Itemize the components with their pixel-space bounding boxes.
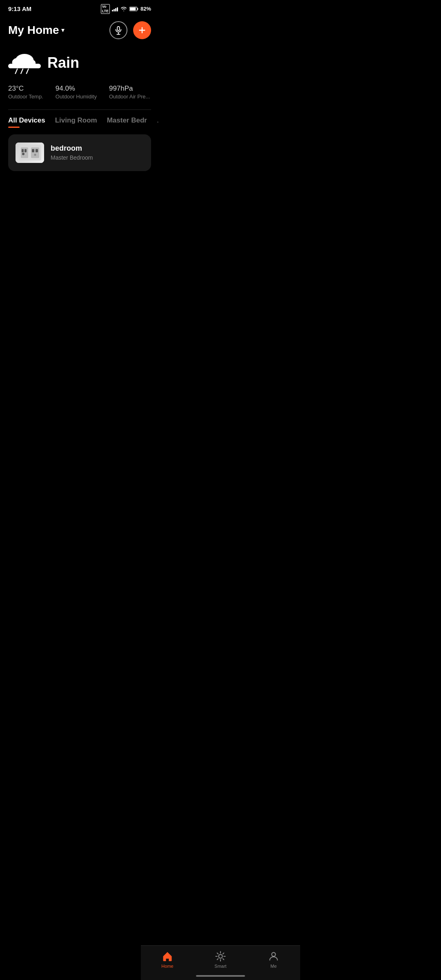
home-title: My Home [8, 24, 59, 37]
tabs-more-button[interactable]: ··· [157, 118, 159, 126]
svg-rect-11 [8, 64, 41, 68]
humidity-label: Outdoor Humidity [56, 94, 97, 100]
chevron-down-icon: ▾ [61, 26, 65, 34]
tab-living-room[interactable]: Living Room [55, 116, 97, 128]
socket-icon [19, 145, 41, 160]
svg-rect-22 [36, 149, 38, 152]
svg-line-13 [21, 69, 23, 73]
device-card[interactable]: bedroom Master Bedroom [8, 134, 151, 171]
volte-badge: VoLTE [101, 4, 110, 14]
temp-value: 23°C [8, 85, 43, 93]
add-button[interactable] [133, 21, 151, 39]
svg-rect-3 [117, 26, 120, 30]
svg-point-19 [22, 153, 24, 155]
status-bar: 9:13 AM VoLTE 82% [0, 0, 159, 16]
wifi-icon [120, 6, 127, 12]
tab-master-bedroom[interactable]: Master Bedr [107, 116, 147, 128]
header-actions [109, 21, 151, 39]
tabs-section: All Devices Living Room Master Bedr ··· [0, 116, 159, 128]
weather-main: Rain [8, 50, 151, 76]
tab-all-devices[interactable]: All Devices [8, 116, 45, 128]
humidity-value: 94.0% [56, 85, 97, 93]
svg-line-14 [27, 69, 29, 73]
svg-rect-16 [21, 147, 28, 158]
battery-percent: 82% [140, 6, 151, 12]
signal-bars [112, 7, 118, 11]
outdoor-pressure-stat: 997hPa Outdoor Air Pre... [109, 85, 150, 100]
weather-condition: Rain [47, 54, 79, 71]
device-thumbnail [16, 143, 44, 163]
outdoor-humidity-stat: 94.0% Outdoor Humidity [56, 85, 97, 100]
svg-rect-21 [32, 149, 34, 152]
status-time: 9:13 AM [8, 5, 31, 12]
weather-cloud-icon [8, 50, 41, 76]
header-title[interactable]: My Home ▾ [8, 24, 65, 37]
svg-rect-1 [137, 8, 138, 10]
devices-section: bedroom Master Bedroom [0, 128, 159, 178]
svg-rect-2 [130, 7, 136, 10]
header: My Home ▾ [0, 16, 159, 46]
weather-section: Rain 23°C Outdoor Temp. 94.0% Outdoor Hu… [0, 46, 159, 109]
device-info: bedroom Master Bedroom [51, 144, 144, 161]
mic-icon [114, 26, 123, 35]
device-room: Master Bedroom [51, 154, 144, 161]
temp-label: Outdoor Temp. [8, 94, 43, 100]
svg-rect-18 [24, 149, 27, 152]
svg-line-12 [16, 69, 18, 73]
svg-rect-20 [31, 147, 39, 158]
battery-icon [129, 7, 138, 11]
pressure-label: Outdoor Air Pre... [109, 94, 150, 100]
svg-point-23 [34, 154, 36, 156]
plus-icon [138, 26, 147, 35]
device-name: bedroom [51, 144, 144, 153]
status-icons: VoLTE 82% [101, 4, 151, 14]
weather-stats: 23°C Outdoor Temp. 94.0% Outdoor Humidit… [8, 85, 151, 100]
tabs: All Devices Living Room Master Bedr ··· [8, 116, 151, 128]
mic-button[interactable] [109, 21, 127, 39]
divider [8, 109, 151, 110]
svg-rect-17 [22, 149, 24, 152]
pressure-value: 997hPa [109, 85, 150, 93]
outdoor-temp-stat: 23°C Outdoor Temp. [8, 85, 43, 100]
